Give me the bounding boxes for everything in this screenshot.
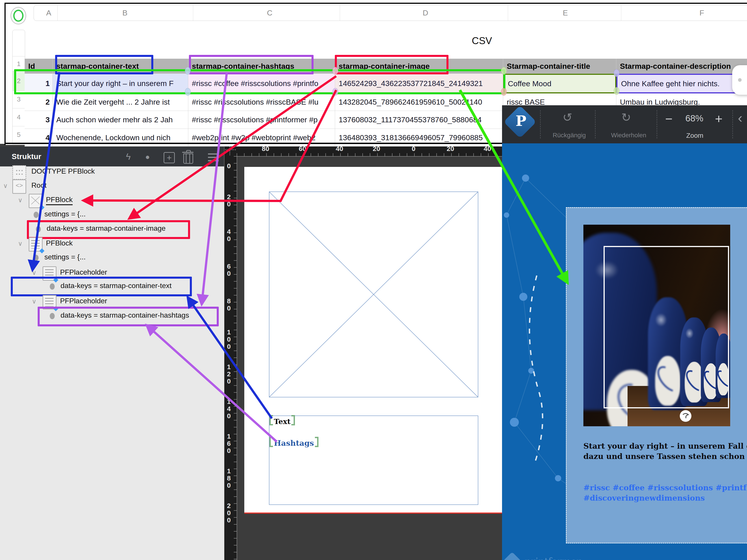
design-artboard: Start your day right – in unserem Fall g… <box>566 207 747 543</box>
zoom-value: 68% <box>685 113 703 124</box>
ruler-tick-label: 100 <box>226 329 232 350</box>
tree-item-pfblock-text[interactable]: ∨ PFBlock <box>0 238 224 250</box>
doctype-icon <box>12 165 26 180</box>
cell-a3[interactable]: 2 <box>25 94 53 111</box>
selection-handle-icon <box>315 437 318 447</box>
selection-handle-icon <box>269 437 273 447</box>
text-placeholder-label[interactable]: Text <box>269 415 295 426</box>
tree-item-root[interactable]: ∨ <> Root <box>0 180 224 192</box>
structure-panel-header: Struktur ϟ ● + <box>0 147 224 166</box>
cell-d4[interactable]: 137608032_1117370455378760_5880684 <box>335 111 503 129</box>
row-number[interactable]: 1 <box>12 60 25 68</box>
cell-e2[interactable]: Coffee Mood <box>503 74 616 94</box>
column-letter-d[interactable]: D <box>423 8 428 17</box>
chevron-down-icon[interactable]: ∨ <box>32 298 36 305</box>
cell-a4[interactable]: 3 <box>25 111 53 129</box>
preview-toolbar: P ↺ Rückgängig ↻ Wiederholen − 68% + Zoo… <box>502 105 747 143</box>
printformer-preview-panel: P ↺ Rückgängig ↻ Wiederholen − 68% + Zoo… <box>502 105 747 560</box>
row-number[interactable]: 5 <box>12 131 25 138</box>
annotation-box-datakeys-hashtags <box>37 306 219 326</box>
delete-node-button[interactable] <box>183 154 193 164</box>
photo-inner-frame <box>603 246 729 408</box>
zoom-in-button[interactable]: + <box>715 111 723 126</box>
chevron-down-icon[interactable]: ∨ <box>18 240 23 247</box>
cell-b3[interactable]: Wie die Zeit vergeht ... 2 Jahre ist <box>53 94 188 111</box>
chevron-down-icon[interactable]: ∨ <box>32 269 36 276</box>
ruler-tick-label: 40 <box>226 228 232 242</box>
sheet-title: CSV <box>472 35 492 46</box>
column-letter-a[interactable]: A <box>46 8 51 17</box>
cell-d3[interactable]: 143282045_789662461959610_50021140 <box>335 94 503 111</box>
tree-item-datakeys-text[interactable]: data-keys = starmap-container-text <box>0 280 224 293</box>
handle-icon <box>501 88 507 96</box>
zoom-label: Zoom <box>672 132 717 139</box>
tree-item-pfblock-image[interactable]: ∨ PFBlock <box>0 194 224 207</box>
row-number[interactable]: 4 <box>12 113 25 121</box>
annotation-box-datakeys-image <box>27 220 190 239</box>
record-icon[interactable]: ● <box>145 153 150 161</box>
header-description[interactable]: Starmap-container-description <box>616 59 747 74</box>
target-circle-icon[interactable] <box>10 7 26 24</box>
attribute-dot-icon <box>34 212 38 218</box>
toolbar-separator <box>657 110 657 138</box>
document-page[interactable]: Text Hashtags <box>244 167 524 514</box>
placeholder-cross-icon <box>269 192 478 397</box>
cell-c4[interactable]: #rissc #risscsolutions #printformer #p <box>188 111 335 129</box>
tree-item-datakeys-image[interactable]: data-keys = starmap-container-image <box>0 223 224 235</box>
redo-button[interactable]: Wiederholen <box>604 132 653 139</box>
cell-f2[interactable]: Ohne Kaffee geht hier nichts. <box>616 74 747 94</box>
chevron-down-icon[interactable]: ∨ <box>3 182 8 189</box>
coffee-mugs-photo <box>584 225 730 426</box>
toolbar-separator <box>732 110 733 138</box>
handle-icon <box>501 67 507 75</box>
tree-item-settings-2[interactable]: settings = {... <box>0 251 224 264</box>
collapse-panel-icon[interactable]: ‹ <box>738 110 743 126</box>
annotation-box-datakeys-text <box>11 277 192 296</box>
structure-panel-title: Struktur <box>12 152 41 161</box>
attribute-dot-icon <box>34 255 38 261</box>
toolbar-separator <box>540 110 541 138</box>
preview-hashtags-line2: #discoveringnewdimensions <box>584 493 705 503</box>
preview-hashtags-line1: #rissc #coffee #risscsolutions #printfor… <box>584 482 747 493</box>
row-number[interactable]: 3 <box>12 96 25 103</box>
header-title[interactable]: Starmap-container-title <box>503 59 616 74</box>
column-letter-f[interactable]: F <box>699 8 704 17</box>
printformer-wordmark: printformer <box>525 556 581 560</box>
chevron-down-icon[interactable]: ∨ <box>18 196 23 204</box>
printformer-logo-icon[interactable]: P <box>504 105 536 138</box>
zoom-out-button[interactable]: − <box>665 111 673 126</box>
handle-icon <box>332 67 338 75</box>
ruler-tick-label: 180 <box>226 468 232 489</box>
redo-icon[interactable]: ↻ <box>621 111 631 124</box>
undo-icon[interactable]: ↺ <box>563 111 572 124</box>
menu-icon[interactable] <box>208 154 219 161</box>
column-letter-bar: A B C D E F <box>34 5 747 21</box>
column-letter-b[interactable]: B <box>122 8 128 17</box>
handle-icon <box>614 69 619 77</box>
column-letter-c[interactable]: C <box>267 8 273 17</box>
ruler-tick-label: 20 <box>226 193 232 208</box>
cell-c3[interactable]: #rissc #risscsolutions #risscBASE #lu <box>188 94 335 111</box>
selected-row-outline <box>14 69 506 94</box>
rissc-logo-icon <box>680 410 691 422</box>
selection-handle-icon <box>291 415 295 425</box>
ruler-tick-label: 60 <box>226 263 232 277</box>
preview-caption-line1: Start your day right – in unserem Fall g… <box>584 441 747 451</box>
root-icon: <> <box>12 180 26 194</box>
tree-item-doctype[interactable]: DOCTYPE PFBlock <box>0 166 224 178</box>
tree-item-settings[interactable]: settings = {... <box>0 209 224 221</box>
add-node-button[interactable]: + <box>163 152 175 163</box>
text-placeholder-frame[interactable] <box>269 416 478 505</box>
image-placeholder-frame[interactable] <box>269 191 478 397</box>
image-block-icon <box>29 194 43 208</box>
tree-item-datakeys-hashtags[interactable]: data-keys = starmap-container-hashtags <box>0 310 224 322</box>
undo-button[interactable]: Rückgängig <box>547 132 592 139</box>
bolt-icon[interactable]: ϟ <box>126 152 131 162</box>
ruler-tick-label: 140 <box>226 398 232 420</box>
cell-action-pill[interactable] <box>732 65 747 95</box>
hashtags-placeholder-label[interactable]: Hashtags <box>269 437 318 448</box>
cell-b4[interactable]: Auch schon wieder mehr als 2 Jah <box>53 111 188 129</box>
handle-icon <box>185 67 191 75</box>
column-letter-e[interactable]: E <box>563 8 568 17</box>
tree-item-pfplaceholder-hashtags[interactable]: ∨ PFPlaceholder <box>0 295 224 308</box>
